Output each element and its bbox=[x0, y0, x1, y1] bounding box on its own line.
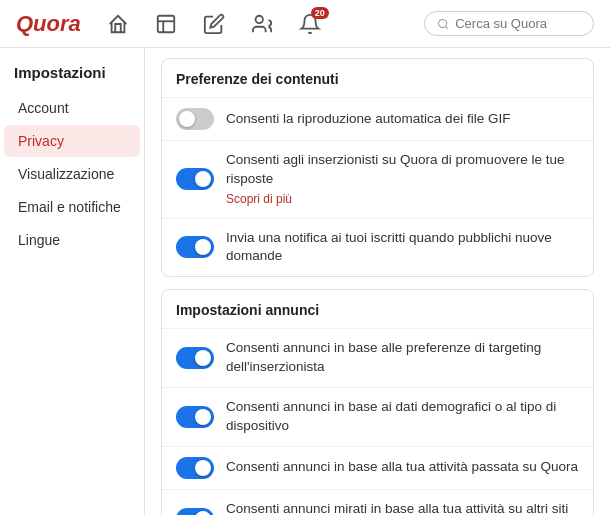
sidebar-item-visualizzazione[interactable]: Visualizzazione bbox=[4, 158, 140, 190]
toggle-notifica-label: Invia una notifica ai tuoi iscritti quan… bbox=[226, 229, 579, 267]
scopri-di-piu-link[interactable]: Scopri di più bbox=[226, 191, 579, 208]
svg-rect-0 bbox=[158, 15, 175, 32]
search-icon bbox=[437, 17, 449, 31]
svg-line-5 bbox=[445, 26, 447, 28]
svg-point-4 bbox=[439, 19, 447, 27]
logo[interactable]: Quora bbox=[16, 11, 81, 37]
section-preferenze: Preferenze dei contenuti Consenti la rip… bbox=[161, 58, 594, 277]
toggle-gif-label: Consenti la riproduzione automatica dei … bbox=[226, 110, 579, 129]
svg-point-3 bbox=[255, 15, 262, 22]
toggle-gif: Consenti la riproduzione automatica dei … bbox=[162, 97, 593, 140]
sidebar-item-email-notifiche[interactable]: Email e notifiche bbox=[4, 191, 140, 223]
toggle-annunci-demografici: Consenti annunci in base ai dati demogra… bbox=[162, 387, 593, 446]
main-layout: Impostazioni Account Privacy Visualizzaz… bbox=[0, 48, 610, 515]
toggle-notifica-iscritti: Invia una notifica ai tuoi iscritti quan… bbox=[162, 218, 593, 277]
toggle-annunci-attivita-label: Consenti annunci in base alla tua attivi… bbox=[226, 458, 579, 477]
toggle-annunci-targeting-label: Consenti annunci in base alle preferenze… bbox=[226, 339, 579, 377]
sidebar-item-lingue[interactable]: Lingue bbox=[4, 224, 140, 256]
people-nav-icon[interactable] bbox=[247, 9, 277, 39]
feed-nav-icon[interactable] bbox=[151, 9, 181, 39]
section-annunci: Impostazioni annunci Consenti annunci in… bbox=[161, 289, 594, 515]
home-nav-icon[interactable] bbox=[103, 9, 133, 39]
toggle-notifica-switch[interactable] bbox=[176, 236, 214, 258]
section-preferenze-title: Preferenze dei contenuti bbox=[162, 59, 593, 97]
notifications-nav-icon[interactable]: 20 bbox=[295, 9, 325, 39]
section-annunci-title: Impostazioni annunci bbox=[162, 290, 593, 328]
sidebar-item-account[interactable]: Account bbox=[4, 92, 140, 124]
toggle-annunci-mirati: Consenti annunci mirati in base alla tua… bbox=[162, 489, 593, 515]
toggle-annunci-targeting: Consenti annunci in base alle preferenze… bbox=[162, 328, 593, 387]
toggle-inserzionisti-switch[interactable] bbox=[176, 168, 214, 190]
search-bar[interactable] bbox=[424, 11, 594, 36]
toggle-gif-switch[interactable] bbox=[176, 108, 214, 130]
toggle-annunci-demografici-label: Consenti annunci in base ai dati demogra… bbox=[226, 398, 579, 436]
content-area: Preferenze dei contenuti Consenti la rip… bbox=[145, 48, 610, 515]
notification-badge: 20 bbox=[311, 7, 329, 19]
toggle-inserzionisti-label: Consenti agli inserzionisti su Quora di … bbox=[226, 151, 579, 208]
toggle-annunci-attivita: Consenti annunci in base alla tua attivi… bbox=[162, 446, 593, 489]
toggle-annunci-mirati-switch[interactable] bbox=[176, 508, 214, 515]
toggle-inserzionisti: Consenti agli inserzionisti su Quora di … bbox=[162, 140, 593, 218]
top-nav: Quora 20 bbox=[0, 0, 610, 48]
toggle-annunci-mirati-label: Consenti annunci mirati in base alla tua… bbox=[226, 500, 579, 515]
sidebar: Impostazioni Account Privacy Visualizzaz… bbox=[0, 48, 145, 515]
toggle-annunci-demografici-switch[interactable] bbox=[176, 406, 214, 428]
toggle-annunci-attivita-switch[interactable] bbox=[176, 457, 214, 479]
sidebar-title: Impostazioni bbox=[0, 64, 144, 91]
search-input[interactable] bbox=[455, 16, 581, 31]
toggle-annunci-targeting-switch[interactable] bbox=[176, 347, 214, 369]
sidebar-item-privacy[interactable]: Privacy bbox=[4, 125, 140, 157]
edit-nav-icon[interactable] bbox=[199, 9, 229, 39]
